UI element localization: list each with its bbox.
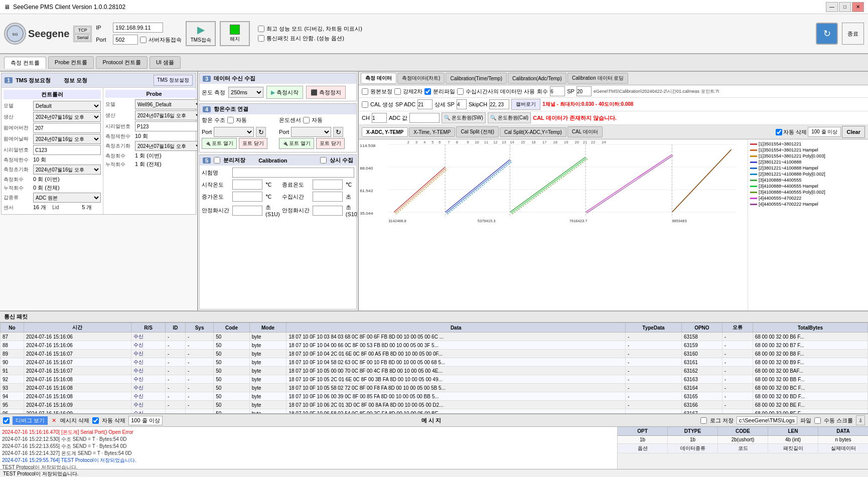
maximize-btn[interactable]: □ <box>839 2 851 12</box>
tab-protocol-control[interactable]: Protocol 컨트롤 <box>96 56 147 69</box>
minimize-btn[interactable]: — <box>826 2 838 12</box>
ip-input[interactable] <box>113 23 163 33</box>
sensor-port-select[interactable] <box>291 127 331 137</box>
cal-tab-2[interactable]: Calibration(Time/Temp) <box>446 73 507 84</box>
temp-interval-select[interactable]: 250ms <box>228 87 263 98</box>
sensor-port-open-btn[interactable]: 🔌 포트 열기 <box>279 138 314 149</box>
serial-c-input[interactable] <box>33 145 101 155</box>
debug-label[interactable]: 디버그 보기 <box>13 416 48 425</box>
always-collect-check[interactable] <box>320 157 327 164</box>
experiment-input[interactable] <box>232 168 354 178</box>
list-item: 2024-07-16 15:22:12.530] 수조 SEND = T · B… <box>2 436 615 443</box>
tms-info-settings-btn[interactable]: TMS 정보설정 <box>154 75 193 86</box>
bath-port-open-btn[interactable]: 🔌 포트 열기 <box>202 138 237 149</box>
collect-time-input[interactable] <box>313 192 343 202</box>
table-row: 902024-07-16 15:16:07수신--50byte18 07 10 … <box>1 358 868 367</box>
adc-input[interactable] <box>409 113 440 123</box>
separate-file-check[interactable] <box>424 88 431 95</box>
cal-tab-1[interactable]: 측정데이터(차트) <box>397 73 445 84</box>
ch-input[interactable] <box>372 113 387 123</box>
separate-save-check[interactable] <box>214 157 220 164</box>
sp-input[interactable] <box>576 86 592 96</box>
server-auto-checkbox[interactable] <box>140 37 147 43</box>
auto-del-msg-check[interactable] <box>92 417 99 424</box>
measure-stop-btn[interactable]: ⬛ 측정정지 <box>306 86 346 99</box>
cal-load-btn[interactable]: 캘버로기 <box>511 99 540 110</box>
paccum-value: 1 회 (전체) <box>135 161 162 168</box>
fw-input[interactable] <box>33 123 101 133</box>
chart-tab-2[interactable]: Cal Split (전체) <box>456 126 499 137</box>
sensor-auto-check[interactable] <box>303 117 310 123</box>
detail-sp-input[interactable] <box>457 99 467 109</box>
original-correct-check[interactable] <box>362 88 368 95</box>
end-temp-input[interactable] <box>313 180 343 190</box>
stype-select[interactable]: ADC 원본 <box>33 193 101 203</box>
start-temp-input[interactable] <box>232 180 262 190</box>
stop-btn[interactable]: 해지 <box>220 21 250 46</box>
clear-btn[interactable]: Clear <box>842 126 865 138</box>
sensor-port-close-btn[interactable]: 포트 닫기 <box>316 138 345 149</box>
bath-port-select[interactable] <box>214 127 254 137</box>
high-perf-checkbox[interactable] <box>258 26 264 32</box>
pminit-select[interactable]: 2024년07월16일 오후 <box>135 141 198 151</box>
cal-gen-check[interactable] <box>362 101 368 108</box>
chart-tab-0[interactable]: X-ADC, Y-TEMP <box>362 127 408 137</box>
bath-auto-check[interactable] <box>227 117 234 123</box>
minit-c-select[interactable]: 2024년07월16일 오후 <box>33 165 101 175</box>
end-btn[interactable]: 종료 <box>842 23 864 45</box>
time-data-check[interactable] <box>457 88 464 95</box>
stabilize-input[interactable] <box>232 206 262 216</box>
no-packet-checkbox[interactable] <box>258 35 264 42</box>
legend-6: [3]4100888~4400555 <box>759 178 801 183</box>
scroll-icon-btn[interactable]: ⇩ <box>856 415 865 425</box>
force2nd-check[interactable] <box>394 88 401 95</box>
prod-select[interactable]: 2024년07월16일 오후 <box>33 112 101 122</box>
cal-tab-4[interactable]: Calibration 데이터 로딩 <box>567 73 628 84</box>
model-select[interactable]: Default <box>33 101 101 111</box>
count-input[interactable] <box>550 86 565 96</box>
prod-label: 생산 <box>4 113 31 120</box>
auto-delete-check[interactable] <box>776 129 782 135</box>
bath-port-close-btn[interactable]: 포트 닫기 <box>239 138 267 149</box>
chart-tab-1[interactable]: X-Time, Y-TEMP <box>409 127 455 137</box>
log-save-check[interactable] <box>700 417 707 424</box>
pmodel-label: 모델 <box>105 101 133 108</box>
scroll-check[interactable] <box>814 417 821 424</box>
high-perf-label: 최고 성능 모드 (디버깅, 차트등 미표시) <box>266 25 362 33</box>
mtimes-c-label: 측정회수 <box>4 176 31 183</box>
skip-ch-input[interactable] <box>489 99 509 109</box>
refresh-btn[interactable]: ↻ <box>816 23 838 45</box>
cal-tab-0[interactable]: 측정 데이터 <box>361 73 396 84</box>
tms-connect-btn[interactable]: ▶ TMS접속 <box>186 21 216 46</box>
tab-ui-sample[interactable]: UI 샘플 <box>150 56 181 69</box>
cal-tab-3[interactable]: Calibration(Adc/Temp) <box>508 73 566 84</box>
close-btn[interactable]: ✕ <box>852 2 864 12</box>
port-input[interactable] <box>113 35 138 45</box>
stabilize2-input[interactable] <box>313 206 343 216</box>
temp-cal-btn[interactable]: 🔍 온도환원(Cal) <box>488 112 531 123</box>
sp-adc-input[interactable] <box>417 99 432 109</box>
tab-measure-control[interactable]: 측정 컨트롤 <box>4 57 46 69</box>
sensor-port-col: Port ↻ 🔌 포트 열기 포트 닫기 <box>279 126 354 150</box>
legend-2: [1]3501554~3801221 Poly[0.003] <box>759 153 825 158</box>
measure-start-btn[interactable]: ▶ 측정시작 <box>266 86 303 99</box>
packet-table-container[interactable]: No 시간 R/S ID Sys Code Mode Data TypeData… <box>0 323 868 413</box>
chart-tab-4[interactable]: CAL 데이터 <box>567 126 603 137</box>
sensor-port-refresh-btn[interactable]: ↻ <box>333 127 343 137</box>
pprod-select[interactable]: 2024년07월16일 오후 <box>135 110 198 120</box>
temp-sw-btn[interactable]: 🔍 온도환원(SW) <box>442 112 486 123</box>
delete-msg-label[interactable]: 메시지 삭제 <box>60 417 89 424</box>
tab-probe-control[interactable]: Probe 컨트롤 <box>48 56 94 69</box>
pmodel-select[interactable]: Well96_Default <box>135 99 198 109</box>
debug-check[interactable] <box>3 417 10 424</box>
serial-btn[interactable]: Serial <box>74 34 91 41</box>
increase-temp-input[interactable] <box>232 192 262 202</box>
pserial-input[interactable] <box>135 121 198 131</box>
tcp-btn[interactable]: TCP <box>74 27 91 34</box>
svg-text:7616423.7: 7616423.7 <box>569 219 588 223</box>
bath-port-refresh-btn[interactable]: ↻ <box>256 127 266 137</box>
window-controls[interactable]: — □ ✕ <box>826 2 864 12</box>
fwdate-select[interactable]: 2024년07월16일 오후 <box>33 134 101 144</box>
chart-tab-3[interactable]: Cal Split(X-ADC,Y=Temp) <box>500 127 566 137</box>
legend-10: [4]4400555~4700222 Hampel <box>759 202 818 207</box>
